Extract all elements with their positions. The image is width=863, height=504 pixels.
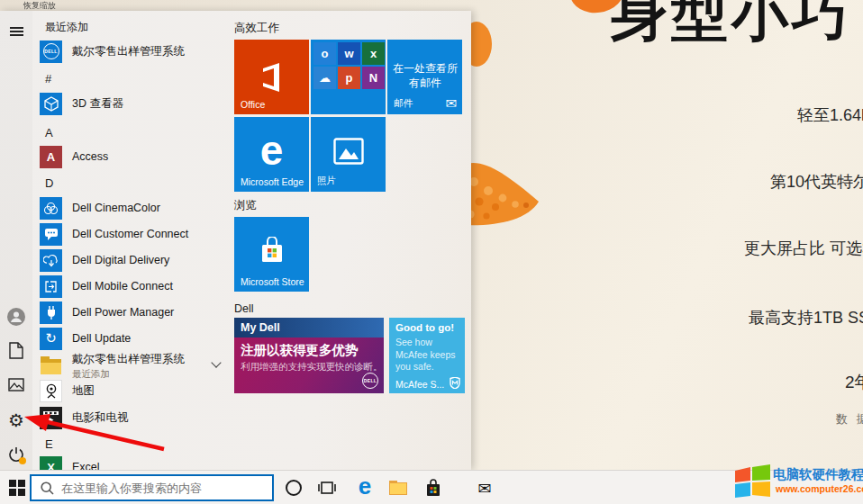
start-menu-app-list: 最近添加 DELL 戴尔零售出样管理系统 # 3D 查看器 A A Access… <box>40 11 232 470</box>
wallpaper-spec-ssd: 最高支持1TB SSD <box>749 307 863 328</box>
app-group-dell-retail[interactable]: 戴尔零售出样管理系统 最近添加 <box>40 351 232 382</box>
tile-mcafee[interactable]: Good to go! See how McAfee keeps you saf… <box>389 318 465 393</box>
windows-logo-icon <box>9 480 25 496</box>
mail-taskbar-button[interactable]: ✉ <box>474 477 495 499</box>
edge-logo-icon: e <box>260 126 284 175</box>
document-icon <box>9 342 23 359</box>
dell-logo-icon: DELL <box>362 373 378 389</box>
tile-edge[interactable]: e Microsoft Edge <box>234 117 309 192</box>
starfish-arm-image <box>461 155 544 232</box>
tile-group-browse[interactable]: 浏览 <box>234 198 257 213</box>
start-menu-tiles: 高效工作 Office o w x ☁ p N 在一处查看所有邮件 邮件 ✉ e… <box>234 11 470 470</box>
section-a[interactable]: A <box>45 126 53 140</box>
wallpaper-spec-warranty: 2年 <box>845 371 863 394</box>
taskbar: e ✉ <box>0 470 863 504</box>
page-top-label: 恢复缩放 <box>23 0 56 12</box>
mail-icon: ✉ <box>445 95 457 112</box>
edge-taskbar-button[interactable]: e <box>354 477 376 499</box>
start-menu-rail: ⚙ <box>0 11 32 470</box>
app-item-maps[interactable]: 地图 <box>40 379 232 402</box>
wallpaper-headline: 身型小巧 性能强大 <box>611 0 863 54</box>
my-dell-header: My Dell <box>234 318 384 338</box>
watermark-logo-icon <box>735 464 771 500</box>
edge-icon: e <box>359 474 371 498</box>
file-explorer-icon <box>389 481 407 495</box>
user-account-button[interactable] <box>5 306 27 328</box>
tile-store[interactable]: Microsoft Store <box>234 217 309 292</box>
mcafee-shield-icon <box>450 377 460 389</box>
customer-connect-icon <box>40 223 62 246</box>
search-input[interactable] <box>61 482 272 495</box>
start-button[interactable] <box>6 477 28 499</box>
wallpaper-spec-data: 数 据 <box>836 411 863 428</box>
onenote-mini-icon: N <box>362 67 385 89</box>
tile-office-apps[interactable]: o w x ☁ p N <box>311 40 386 114</box>
photos-icon <box>333 138 364 165</box>
watermark-url: www.computer26.com <box>776 483 863 494</box>
search-icon <box>41 482 54 495</box>
settings-button[interactable]: ⚙ <box>5 410 27 431</box>
dell-update-icon: ↻ <box>40 328 62 350</box>
tile-group-productivity[interactable]: 高效工作 <box>234 21 279 36</box>
taskbar-search[interactable] <box>30 474 274 501</box>
cinemacolor-icon <box>40 197 62 220</box>
folder-icon <box>40 356 62 378</box>
movies-tv-icon <box>40 407 62 429</box>
power-button[interactable] <box>5 444 27 465</box>
pictures-button[interactable] <box>5 374 27 395</box>
gear-icon: ⚙ <box>8 411 24 429</box>
user-icon <box>7 308 25 326</box>
file-explorer-button[interactable] <box>387 477 409 499</box>
app-item-movies-tv[interactable]: 电影和电视 <box>40 406 232 429</box>
recent-added-header: 最近添加 <box>45 20 88 35</box>
app-item-access[interactable]: A Access <box>40 145 232 168</box>
watermark-title: 电脑软硬件教程网 <box>773 466 863 483</box>
tile-mail[interactable]: 在一处查看所有邮件 邮件 ✉ <box>387 40 462 114</box>
app-item-dell-cinemacolor[interactable]: Dell CinemaColor <box>40 196 232 220</box>
chevron-down-icon <box>211 357 221 367</box>
power-manager-icon <box>40 302 62 324</box>
wallpaper-spec-cpu: 第10代英特尔 <box>770 171 863 193</box>
store-icon <box>258 237 286 266</box>
outlook-mini-icon: o <box>313 42 336 65</box>
excel-mini-icon: x <box>362 42 385 65</box>
task-view-icon <box>318 480 338 496</box>
mail-taskbar-icon: ✉ <box>477 479 491 498</box>
start-menu-panel: ⚙ 最近添加 DELL 戴尔零售出样管理系统 # 3D 查看器 A A Acce… <box>0 11 471 470</box>
tile-group-dell[interactable]: Dell <box>234 302 254 315</box>
task-view-button[interactable] <box>317 477 339 499</box>
maps-icon <box>40 380 62 402</box>
power-update-badge <box>19 457 26 464</box>
wallpaper-spec-screen: 更大屏占比 可选3 <box>744 238 863 259</box>
tile-my-dell[interactable]: My Dell 注册以获得更多优势 利用增强的支持实现更快的诊断。 DELL <box>234 318 384 393</box>
cortana-icon <box>285 479 303 497</box>
digital-delivery-icon <box>40 249 62 272</box>
store-taskbar-button[interactable] <box>422 477 444 499</box>
app-item-dell-update[interactable]: ↻ Dell Update <box>40 327 232 350</box>
3d-viewer-icon <box>40 93 62 115</box>
powerpoint-mini-icon: p <box>338 67 360 89</box>
expand-menu-button[interactable] <box>5 21 27 42</box>
section-d[interactable]: D <box>45 176 53 190</box>
section-hash[interactable]: # <box>45 72 51 86</box>
cortana-button[interactable] <box>283 477 304 499</box>
app-item-3d-viewer[interactable]: 3D 查看器 <box>40 92 232 115</box>
app-item-dell-customer-connect[interactable]: Dell Customer Connect <box>40 222 232 246</box>
documents-button[interactable] <box>5 339 27 361</box>
app-item-dell-retail[interactable]: DELL 戴尔零售出样管理系统 <box>40 40 232 63</box>
access-icon: A <box>40 146 62 168</box>
app-item-dell-power-manager[interactable]: Dell Power Manager <box>40 301 232 324</box>
tile-office[interactable]: Office <box>234 40 309 114</box>
section-e[interactable]: E <box>45 437 53 451</box>
word-mini-icon: w <box>338 42 360 65</box>
app-item-dell-digital-delivery[interactable]: Dell Digital Delivery <box>40 248 232 272</box>
tile-photos[interactable]: 照片 <box>311 117 386 192</box>
dell-retail-icon: DELL <box>40 40 62 63</box>
office-logo-icon <box>257 60 287 94</box>
onedrive-mini-icon: ☁ <box>313 67 336 89</box>
app-item-dell-mobile-connect[interactable]: Dell Mobile Connect <box>40 274 232 298</box>
site-watermark: 电脑软硬件教程网 www.computer26.com <box>735 463 863 502</box>
mobile-connect-icon <box>40 275 62 298</box>
store-taskbar-icon <box>424 479 442 498</box>
wallpaper-spec-weight: 轻至1.64kg <box>797 104 863 126</box>
